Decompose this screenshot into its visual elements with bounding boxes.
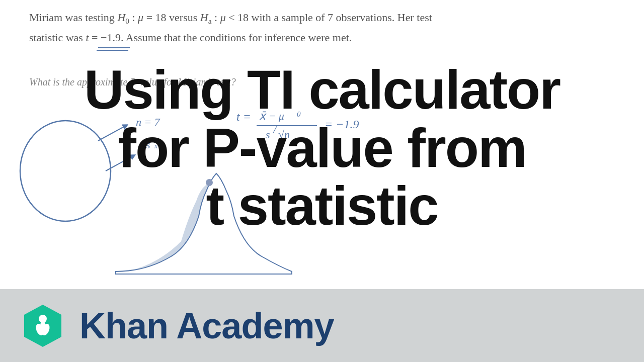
khan-academy-logo [20, 303, 65, 348]
khan-academy-bar: Khan Academy [0, 289, 644, 362]
problem-line2: statistic was t = −1.9. Assume that the … [29, 29, 615, 46]
math-problem-text: Miriam was testing H0 : μ = 18 versus Ha… [29, 9, 615, 46]
overlay-line3: t statistic [206, 174, 438, 236]
overlay-line2: for P-value from [118, 117, 526, 178]
video-overlay-title: Using TI calculator for P-value from t s… [0, 60, 644, 235]
problem-line1: Miriam was testing H0 : μ = 18 versus Ha… [29, 9, 615, 27]
svg-point-21 [40, 320, 45, 334]
overlay-line1: Using TI calculator [84, 58, 560, 120]
video-thumbnail: Miriam was testing H0 : μ = 18 versus Ha… [0, 0, 644, 289]
khan-academy-name: Khan Academy [79, 305, 334, 346]
